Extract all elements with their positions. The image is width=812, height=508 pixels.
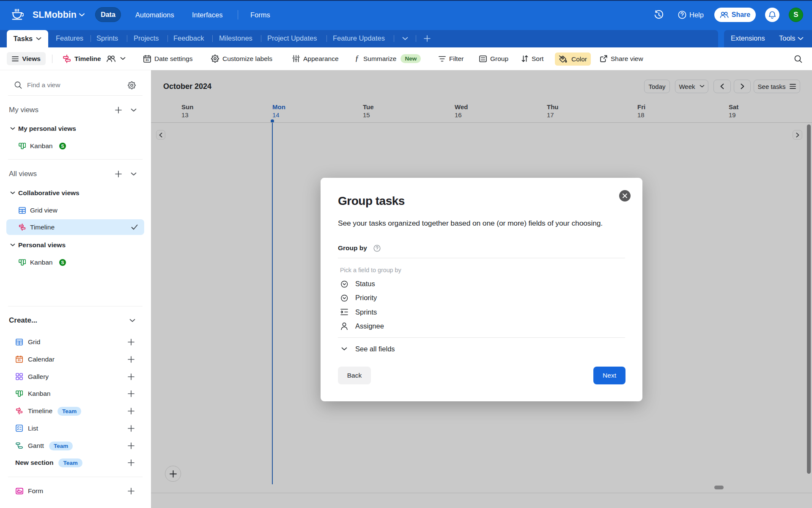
svg-text:31: 31 bbox=[145, 58, 149, 61]
svg-text:31: 31 bbox=[18, 359, 21, 362]
svg-text:ƒ: ƒ bbox=[355, 55, 359, 63]
